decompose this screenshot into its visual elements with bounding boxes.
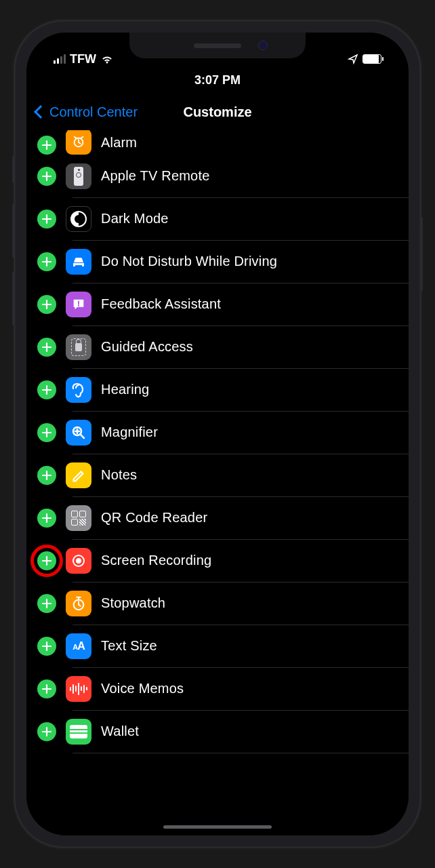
add-button-voice-memos[interactable] xyxy=(37,679,56,698)
list-row-alarm[interactable]: Alarm xyxy=(26,130,409,155)
add-button-guided-access[interactable] xyxy=(37,338,56,357)
add-button-wallet[interactable] xyxy=(37,722,56,741)
phone-frame: TFW 3:07 PM Control Center Customize Ala… xyxy=(14,20,421,848)
row-label: Voice Memos xyxy=(101,681,184,696)
battery-icon xyxy=(362,54,381,64)
add-button-apple-tv-remote[interactable] xyxy=(37,167,56,186)
add-button-stopwatch[interactable] xyxy=(37,594,56,613)
add-button-hearing[interactable] xyxy=(37,380,56,399)
row-label: Feedback Assistant xyxy=(101,296,221,312)
volume-up-button xyxy=(12,203,15,258)
controls-list[interactable]: AlarmApple TV RemoteDark ModeDo Not Dist… xyxy=(26,130,409,826)
feedback-assistant-icon xyxy=(66,292,91,317)
list-row-screen-recording[interactable]: Screen Recording xyxy=(26,539,409,582)
wifi-icon xyxy=(100,54,114,64)
notes-icon xyxy=(66,462,91,488)
back-label: Control Center xyxy=(49,104,138,120)
row-label: Apple TV Remote xyxy=(101,168,210,184)
stopwatch-icon xyxy=(66,591,91,616)
qr-reader-icon xyxy=(66,505,91,531)
add-button-feedback-assistant[interactable] xyxy=(37,295,56,314)
dark-mode-icon xyxy=(66,206,91,232)
row-label: Hearing xyxy=(101,382,149,397)
notch xyxy=(129,33,306,58)
home-indicator[interactable] xyxy=(163,825,272,829)
list-row-dark-mode[interactable]: Dark Mode xyxy=(26,197,409,240)
volume-down-button xyxy=(12,271,15,326)
apple-tv-remote-icon xyxy=(66,163,91,189)
row-label: Stopwatch xyxy=(101,595,165,611)
list-row-feedback-assistant[interactable]: Feedback Assistant xyxy=(26,283,409,326)
add-button-dark-mode[interactable] xyxy=(37,210,56,229)
row-separator xyxy=(72,753,409,753)
silent-switch xyxy=(12,156,15,183)
add-button-magnifier[interactable] xyxy=(37,423,56,442)
screen-recording-icon xyxy=(66,548,91,574)
row-label: Text Size xyxy=(101,638,157,654)
list-row-stopwatch[interactable]: Stopwatch xyxy=(26,582,409,625)
row-label: Do Not Disturb While Driving xyxy=(101,254,277,269)
list-row-hearing[interactable]: Hearing xyxy=(26,368,409,411)
location-icon xyxy=(348,54,358,64)
add-button-screen-recording[interactable] xyxy=(37,551,56,570)
alarm-icon xyxy=(66,130,91,155)
row-label: Screen Recording xyxy=(101,553,211,568)
add-button-text-size[interactable] xyxy=(37,637,56,656)
row-label: Dark Mode xyxy=(101,211,169,226)
speaker xyxy=(194,43,241,48)
add-button-notes[interactable] xyxy=(37,466,56,485)
list-row-notes[interactable]: Notes xyxy=(26,454,409,496)
list-row-magnifier[interactable]: Magnifier xyxy=(26,411,409,454)
row-label: Wallet xyxy=(101,724,139,739)
dnd-driving-icon xyxy=(66,249,91,275)
magnifier-icon xyxy=(66,420,91,446)
row-label: QR Code Reader xyxy=(101,510,207,526)
voice-memos-icon xyxy=(66,676,91,702)
list-row-apple-tv-remote[interactable]: Apple TV Remote xyxy=(26,155,409,197)
front-camera xyxy=(258,41,268,50)
add-button-dnd-driving[interactable] xyxy=(37,252,56,271)
row-label: Guided Access xyxy=(101,339,193,355)
wallet-icon xyxy=(66,719,91,745)
list-row-wallet[interactable]: Wallet xyxy=(26,710,409,753)
page-title: Customize xyxy=(183,104,251,120)
hearing-icon xyxy=(66,377,91,403)
list-row-voice-memos[interactable]: Voice Memos xyxy=(26,667,409,710)
row-label: Alarm xyxy=(101,135,137,151)
add-button-qr-reader[interactable] xyxy=(37,509,56,528)
navbar: Control Center Customize xyxy=(26,94,409,130)
row-label: Magnifier xyxy=(101,425,158,440)
carrier-label: TFW xyxy=(70,52,96,66)
list-row-dnd-driving[interactable]: Do Not Disturb While Driving xyxy=(26,240,409,283)
chevron-left-icon xyxy=(34,105,47,119)
text-size-icon: AA xyxy=(66,633,91,659)
list-row-guided-access[interactable]: Guided Access xyxy=(26,326,409,368)
list-row-text-size[interactable]: AAText Size xyxy=(26,625,409,667)
add-button-alarm[interactable] xyxy=(37,136,56,155)
cell-signal-icon xyxy=(54,54,66,64)
row-label: Notes xyxy=(101,467,137,483)
list-row-qr-reader[interactable]: QR Code Reader xyxy=(26,496,409,539)
screen: TFW 3:07 PM Control Center Customize Ala… xyxy=(26,33,409,835)
power-button xyxy=(420,217,423,292)
back-button[interactable]: Control Center xyxy=(36,104,138,120)
guided-access-icon xyxy=(66,334,91,360)
